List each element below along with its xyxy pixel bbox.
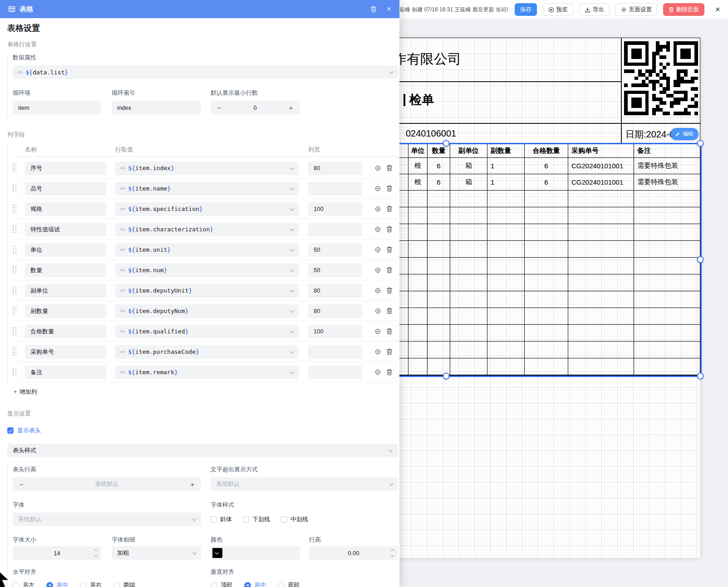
minus-icon[interactable]: − xyxy=(216,104,222,112)
loop-item-input[interactable]: item xyxy=(13,101,101,114)
column-width-input[interactable]: 80 xyxy=(308,161,362,175)
data-attr-select[interactable]: <> ${data.list} xyxy=(13,65,398,79)
column-value-select[interactable]: <>${item.name} xyxy=(115,182,299,196)
column-name-input[interactable]: 特性值描述 xyxy=(25,223,106,236)
company-name-text[interactable]: 作有限公司 xyxy=(393,50,461,68)
edit-button[interactable]: 编辑 xyxy=(670,128,698,140)
drag-handle-icon[interactable] xyxy=(13,205,17,213)
panel-delete-icon[interactable] xyxy=(370,6,377,13)
font-size-input[interactable]: 14 xyxy=(13,546,101,560)
drag-handle-icon[interactable] xyxy=(13,266,17,274)
header-row-height-stepper[interactable]: − 系统默认 + xyxy=(13,477,201,491)
column-settings-icon[interactable] xyxy=(374,205,382,213)
show-header-checkbox[interactable]: 显示表头 xyxy=(7,426,41,435)
resize-handle-bottom-center[interactable] xyxy=(443,373,450,380)
column-settings-icon[interactable] xyxy=(374,348,382,356)
column-delete-icon[interactable] xyxy=(385,287,393,294)
panel-close-icon[interactable]: × xyxy=(387,5,391,14)
header-style-accordion[interactable]: 表头样式 xyxy=(7,444,398,457)
column-width-input[interactable] xyxy=(308,345,362,359)
column-width-input[interactable]: 50 xyxy=(308,264,362,277)
spinner-icons[interactable] xyxy=(391,550,394,557)
document-number-text[interactable]: 0240106001 xyxy=(406,128,456,139)
column-settings-icon[interactable] xyxy=(374,246,382,254)
column-settings-icon[interactable] xyxy=(374,266,382,274)
preview-button[interactable]: 预览 xyxy=(543,3,573,16)
radio-option[interactable]: 两端 xyxy=(113,581,135,587)
close-editor-icon[interactable]: × xyxy=(714,5,722,14)
column-settings-icon[interactable] xyxy=(374,328,382,335)
column-width-input[interactable]: 100 xyxy=(308,202,362,216)
line-height-input[interactable]: 0.00 xyxy=(309,546,398,560)
loop-index-input[interactable]: index xyxy=(112,101,201,114)
radio-option[interactable]: 顶部 xyxy=(211,581,232,587)
minus-icon[interactable]: − xyxy=(18,480,25,488)
radio-option[interactable]: 居右 xyxy=(80,581,102,587)
column-settings-icon[interactable] xyxy=(374,225,382,233)
column-name-input[interactable]: 副数量 xyxy=(25,304,106,318)
drag-handle-icon[interactable] xyxy=(13,164,17,172)
column-settings-icon[interactable] xyxy=(374,164,382,172)
radio-option[interactable]: 居中 xyxy=(244,581,266,587)
drag-handle-icon[interactable] xyxy=(13,347,17,356)
column-name-input[interactable]: 备注 xyxy=(25,366,106,379)
column-width-input[interactable]: 80 xyxy=(308,304,362,318)
column-value-select[interactable]: <>${item.index} xyxy=(115,161,299,175)
column-width-input[interactable] xyxy=(308,223,362,236)
column-width-input[interactable]: 50 xyxy=(308,243,362,257)
font-style-checkbox[interactable]: 斜体 xyxy=(211,515,232,523)
radio-option[interactable]: 居左 xyxy=(13,581,34,587)
plus-icon[interactable]: + xyxy=(189,480,196,488)
drag-handle-icon[interactable] xyxy=(13,327,17,336)
drag-handle-icon[interactable] xyxy=(13,286,17,295)
drag-handle-icon[interactable] xyxy=(13,184,17,193)
column-delete-icon[interactable] xyxy=(385,246,393,254)
font-style-checkbox[interactable]: 中划线 xyxy=(281,515,308,523)
color-input[interactable] xyxy=(211,546,300,560)
column-delete-icon[interactable] xyxy=(385,368,393,376)
page-settings-button[interactable]: 页面设置 xyxy=(615,3,657,16)
drag-handle-icon[interactable] xyxy=(13,307,17,315)
column-settings-icon[interactable] xyxy=(374,287,382,294)
document-title-text[interactable]: 检单 xyxy=(403,92,434,108)
column-width-input[interactable]: 80 xyxy=(308,284,362,298)
column-delete-icon[interactable] xyxy=(385,185,393,192)
column-value-select[interactable]: <>${item.num} xyxy=(115,264,299,277)
export-button[interactable]: 导出 xyxy=(579,3,610,16)
delete-page-button[interactable]: 删除页面 xyxy=(663,3,704,16)
drag-handle-icon[interactable] xyxy=(13,245,17,254)
resize-handle-top-right[interactable] xyxy=(697,140,704,147)
column-settings-icon[interactable] xyxy=(374,185,382,192)
color-swatch[interactable] xyxy=(212,548,222,558)
resize-handle-bottom-right[interactable] xyxy=(697,373,704,380)
column-value-select[interactable]: <>${item.purchaseCode} xyxy=(115,345,299,359)
column-value-select[interactable]: <>${item.deputyUnit} xyxy=(115,284,299,298)
column-value-select[interactable]: <>${item.unit} xyxy=(115,243,299,257)
radio-option[interactable]: 居中 xyxy=(46,581,68,587)
column-delete-icon[interactable] xyxy=(385,266,393,274)
column-width-input[interactable]: 100 xyxy=(308,325,362,338)
column-delete-icon[interactable] xyxy=(385,328,393,335)
qr-code[interactable] xyxy=(624,41,698,115)
column-name-input[interactable]: 规格 xyxy=(25,202,106,216)
column-value-select[interactable]: <>${item.specification} xyxy=(115,202,299,216)
column-value-select[interactable]: <>${item.qualified} xyxy=(115,325,299,338)
column-value-select[interactable]: <>${item.remark} xyxy=(115,366,299,379)
column-name-input[interactable]: 合格数量 xyxy=(25,325,106,338)
plus-icon[interactable]: + xyxy=(288,104,294,112)
add-column-button[interactable]: +增加列 xyxy=(14,388,37,396)
drag-handle-icon[interactable] xyxy=(13,368,17,377)
font-style-checkbox[interactable]: 下划线 xyxy=(243,515,270,523)
radio-option[interactable]: 底部 xyxy=(278,581,300,587)
column-delete-icon[interactable] xyxy=(385,225,393,233)
column-delete-icon[interactable] xyxy=(385,348,393,356)
overflow-select[interactable]: 系统默认 xyxy=(211,477,398,491)
column-name-input[interactable]: 序号 xyxy=(25,161,106,175)
column-value-select[interactable]: <>${item.characterization} xyxy=(115,223,299,236)
font-select[interactable]: 系统默认 xyxy=(13,513,201,526)
min-rows-stepper[interactable]: − 0 + xyxy=(211,101,300,114)
column-delete-icon[interactable] xyxy=(385,164,393,172)
resize-handle-top-center[interactable] xyxy=(443,140,450,147)
spinner-icons[interactable] xyxy=(94,550,97,557)
column-width-input[interactable] xyxy=(308,182,362,196)
